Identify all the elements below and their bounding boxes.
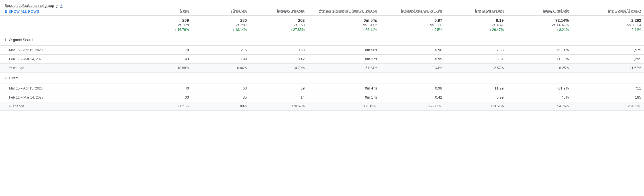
dimension-header-cell: Session default channel group ▾ + ⇅ SHOW… xyxy=(0,0,138,16)
section-header-1[interactable]: 2Direct xyxy=(0,73,644,84)
summary-main-value: 202 xyxy=(252,18,305,23)
summary-main-value: 2,292 xyxy=(574,18,641,23)
event-count-filter-icon[interactable]: All events ▾ xyxy=(627,9,641,12)
cell-0-0-2: 163 xyxy=(250,46,308,55)
cell-1-1-5: 5.29 xyxy=(445,93,506,102)
summary-main-value: 0.97 xyxy=(383,18,442,23)
col-header-sessions[interactable]: ↓Sessions xyxy=(192,0,250,16)
channel-dropdown-icon[interactable]: ▾ xyxy=(56,4,58,7)
col-events-per-session-label: Events per session xyxy=(475,8,504,12)
section-name: Organic Search xyxy=(9,38,34,42)
row-label-1-1: Feb 11 – Mar 14, 2023 xyxy=(0,93,138,102)
cell-0-1-0: 143 xyxy=(138,55,192,64)
cell-1-2-1: 80% xyxy=(192,102,250,111)
cell-0-0-4: 0.96 xyxy=(380,46,445,55)
cell-0-0-0: 170 xyxy=(138,46,192,55)
section-empty-cell-3 xyxy=(308,34,380,46)
col-avg-engagement-label: Average engagement time per session xyxy=(319,8,377,12)
summary-cell-6: 72.14% vs. 66.67% ↑ 8.21% xyxy=(506,16,572,34)
summary-cell-4: 0.97 vs. 0.88 ↑ 9.5% xyxy=(380,16,445,34)
summary-pct-value: ↑ 18.14% xyxy=(195,28,247,32)
expand-icon: ⇅ xyxy=(5,10,8,14)
add-dimension-button[interactable]: + xyxy=(60,3,63,8)
col-header-avg-engagement[interactable]: Average engagement time per session xyxy=(308,0,380,16)
cell-0-1-7: 1,295 xyxy=(572,55,644,64)
summary-main-value: 72.14% xyxy=(509,18,569,23)
cell-1-1-4: 0.42 xyxy=(380,93,445,102)
col-header-event-count[interactable]: Event count All events ▾ xyxy=(572,0,644,16)
data-row-1-2: % change21.21%80%178.57%175.01%129.82%11… xyxy=(0,102,644,111)
section-empty-cell-5 xyxy=(445,34,506,46)
cell-1-2-4: 129.82% xyxy=(380,102,445,111)
section-empty-cell-4 xyxy=(380,73,445,84)
cell-1-2-5: 113.51% xyxy=(445,102,506,111)
cell-1-0-0: 40 xyxy=(138,84,192,93)
table-body: 209 vs. 179 ↑ 16.76%280 vs. 237 ↑ 18.14%… xyxy=(0,16,644,111)
summary-pct-value: ↑ 49.41% xyxy=(574,28,641,32)
section-empty-cell-6 xyxy=(506,73,572,84)
data-row-0-2: % change18.88%8.04%14.79%51.24%-3.44%12.… xyxy=(0,64,644,73)
col-header-events-per-session[interactable]: Events per session xyxy=(445,0,506,16)
data-row-0-0: Mar 15 – Apr 15, 20231702151630m 56s0.96… xyxy=(0,46,644,55)
col-users-label: Users xyxy=(180,8,189,12)
summary-vs-value: vs. 237 xyxy=(195,23,247,27)
section-header-0[interactable]: 1Organic Search xyxy=(0,34,644,46)
show-all-rows-button[interactable]: ⇅ SHOW ALL ROWS xyxy=(5,10,135,14)
summary-pct-value: ↑ 9.5% xyxy=(383,28,442,32)
col-header-engagement-rate[interactable]: Engagement rate xyxy=(506,0,572,16)
show-all-rows-label: SHOW ALL ROWS xyxy=(9,10,39,14)
dimension-controls: Session default channel group ▾ + xyxy=(5,3,135,8)
summary-vs-value: vs. 34.82 xyxy=(310,23,377,27)
col-sessions-label: Sessions xyxy=(233,8,247,12)
section-label-0: 1Organic Search xyxy=(0,34,138,46)
cell-1-1-3: 0m 17s xyxy=(308,93,380,102)
section-empty-cell-3 xyxy=(308,73,380,84)
summary-row: 209 vs. 179 ↑ 16.76%280 vs. 237 ↑ 18.14%… xyxy=(0,16,644,34)
cell-1-2-0: 21.21% xyxy=(138,102,192,111)
col-engaged-sessions-label: Engaged sessions xyxy=(277,8,305,12)
cell-1-2-3: 175.01% xyxy=(308,102,380,111)
cell-0-2-1: 8.04% xyxy=(192,64,250,73)
cell-1-1-1: 35 xyxy=(192,93,250,102)
summary-dim-cell xyxy=(0,16,138,34)
section-num: 1 xyxy=(5,38,7,42)
summary-pct-value: ↑ 26.47% xyxy=(448,28,504,32)
summary-vs-value: vs. 66.67% xyxy=(509,23,569,27)
data-row-1-0: Mar 15 – Apr 15, 20234063390m 47s0.9811.… xyxy=(0,84,644,93)
summary-vs-value: vs. 0.88 xyxy=(383,23,442,27)
summary-vs-value: vs. 1,534 xyxy=(574,23,641,27)
section-empty-cell-5 xyxy=(445,73,506,84)
cell-1-0-7: 711 xyxy=(572,84,644,93)
summary-cell-3: 0m 54s vs. 34.82 ↑ 55.11% xyxy=(308,16,380,34)
section-empty-cell-2 xyxy=(250,34,308,46)
summary-vs-value: vs. 179 xyxy=(140,23,189,27)
summary-cell-1: 280 vs. 237 ↑ 18.14% xyxy=(192,16,250,34)
cell-0-0-7: 1,575 xyxy=(572,46,644,55)
cell-1-0-4: 0.98 xyxy=(380,84,445,93)
cell-1-0-2: 39 xyxy=(250,84,308,93)
cell-1-2-7: 284.32% xyxy=(572,102,644,111)
row-label-0-0: Mar 15 – Apr 15, 2023 xyxy=(0,46,138,55)
summary-cell-0: 209 vs. 179 ↑ 16.76% xyxy=(138,16,192,34)
cell-0-1-6: 71.36% xyxy=(506,55,572,64)
analytics-table-container: Session default channel group ▾ + ⇅ SHOW… xyxy=(0,0,644,111)
col-event-count-label: Event count xyxy=(608,8,626,12)
summary-cell-7: 2,292 vs. 1,534 ↑ 49.41% xyxy=(572,16,644,34)
col-engaged-per-user-label: Engaged sessions per user xyxy=(401,8,442,12)
col-header-users[interactable]: Users xyxy=(138,0,192,16)
cell-0-2-5: 12.57% xyxy=(445,64,506,73)
col-header-engaged-sessions[interactable]: Engaged sessions xyxy=(250,0,308,16)
cell-0-0-5: 7.33 xyxy=(445,46,506,55)
cell-0-1-1: 199 xyxy=(192,55,250,64)
section-empty-cell-4 xyxy=(380,34,445,46)
cell-0-1-2: 142 xyxy=(250,55,308,64)
section-empty-cell-7 xyxy=(572,34,644,46)
cell-1-2-6: 54.76% xyxy=(506,102,572,111)
cell-1-1-0: 33 xyxy=(138,93,192,102)
col-header-engaged-per-user[interactable]: Engaged sessions per user xyxy=(380,0,445,16)
row-label-0-1: Feb 11 – Mar 14, 2023 xyxy=(0,55,138,64)
summary-main-value: 280 xyxy=(195,18,247,23)
summary-vs-value: vs. 158 xyxy=(252,23,305,27)
cell-1-1-6: 40% xyxy=(506,93,572,102)
table-header-row: Session default channel group ▾ + ⇅ SHOW… xyxy=(0,0,644,16)
